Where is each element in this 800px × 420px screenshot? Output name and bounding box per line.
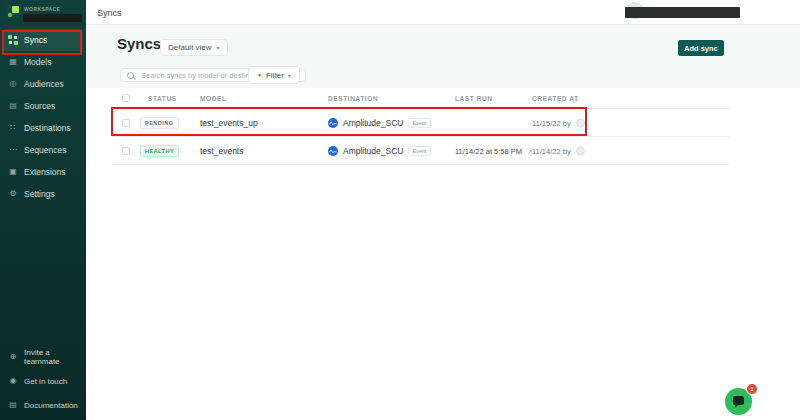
created-at-value: 11/15/22 by (532, 118, 571, 127)
sidebar-item-label: Destinations (24, 123, 71, 133)
sort-descending-icon[interactable]: ↓ (575, 95, 579, 102)
select-all-checkbox[interactable] (122, 94, 130, 102)
audiences-icon: ◎ (8, 79, 18, 89)
search-icon (127, 72, 134, 79)
row-checkbox[interactable] (122, 147, 130, 155)
workspace-logo-icon (7, 5, 20, 18)
destination-name: Amplitude_SCU (343, 118, 403, 128)
models-icon: ▦ (8, 57, 18, 67)
table-row-test-events[interactable]: HEALTHY test_events Amplitude_SCU Event … (112, 137, 730, 165)
created-at-value: 11/14/22 by (532, 146, 571, 155)
notification-badge: 1 (746, 383, 758, 395)
status-badge: HEALTHY (140, 145, 179, 157)
view-selector[interactable]: Default view ▾ (160, 39, 228, 56)
destinations-icon: ∷ (8, 123, 18, 133)
funnel-icon: ▼ (257, 72, 262, 78)
syncs-icon (8, 35, 18, 45)
chevron-down-icon: ▾ (288, 72, 291, 79)
sidebar-item-label: Get in touch (24, 377, 67, 386)
row-checkbox[interactable] (122, 119, 130, 127)
sidebar-item-sources[interactable]: ▤ Sources (3, 95, 83, 117)
page-title: Syncs (117, 35, 161, 52)
get-in-touch-icon: ◉ (8, 376, 18, 386)
sidebar-item-label: Audiences (24, 79, 64, 89)
topbar: Syncs (86, 0, 800, 25)
documentation-icon: ▤ (8, 400, 18, 410)
sources-icon: ▤ (8, 101, 18, 111)
sidebar-item-settings[interactable]: ⚙ Settings (3, 183, 83, 205)
sidebar-item-extensions[interactable]: ▣ Extensions (3, 161, 83, 183)
sidebar-item-label: Settings (24, 189, 55, 199)
amplitude-icon (328, 146, 338, 156)
sidebar-item-label: Sequences (24, 145, 67, 155)
settings-icon: ⚙ (8, 189, 18, 199)
table-header: STATUS MODEL DESTINATION LAST RUN CREATE… (112, 88, 730, 109)
sidebar-item-label: Models (24, 57, 51, 67)
status-badge: PENDING (140, 117, 179, 129)
sequences-icon: ⋯ (8, 145, 18, 155)
workspace-switcher[interactable]: WORKSPACE (7, 4, 83, 26)
sidebar-item-audiences[interactable]: ◎ Audiences (3, 73, 83, 95)
chat-bubble-icon (733, 396, 744, 405)
chevron-down-icon: ▾ (217, 44, 220, 51)
sidebar-item-label: Sources (24, 101, 55, 111)
column-header-last-run[interactable]: LAST RUN (455, 95, 493, 102)
extensions-icon: ▣ (8, 167, 18, 177)
sidebar-item-models[interactable]: ▦ Models (3, 51, 83, 73)
destination-name: Amplitude_SCU (343, 146, 403, 156)
model-name: test_events_up (200, 118, 258, 128)
syncs-table: STATUS MODEL DESTINATION LAST RUN CREATE… (112, 88, 730, 165)
creator-avatar (576, 146, 585, 155)
sidebar-item-destinations[interactable]: ∷ Destinations (3, 117, 83, 139)
table-row-test-events-up[interactable]: PENDING test_events_up Amplitude_SCU Eve… (112, 109, 730, 137)
get-in-touch-link[interactable]: ◉ Get in touch (3, 369, 85, 393)
sidebar-nav: Syncs ▦ Models ◎ Audiences ▤ Sources ∷ D… (3, 29, 83, 205)
filter-button-label: Filter (266, 71, 284, 80)
sidebar: WORKSPACE Syncs ▦ Models ◎ Audiences ▤ S… (0, 0, 86, 420)
sidebar-item-label: Documentation (24, 401, 78, 410)
app-window: WORKSPACE Syncs ▦ Models ◎ Audiences ▤ S… (0, 0, 800, 420)
sidebar-item-syncs[interactable]: Syncs (3, 29, 83, 51)
view-selector-label: Default view (168, 43, 212, 52)
add-sync-button[interactable]: Add sync (678, 40, 724, 56)
workspace-label: WORKSPACE (24, 6, 60, 12)
last-run-value: 11/14/22 at 5:58 PM (455, 146, 522, 155)
amplitude-icon (328, 118, 338, 128)
column-header-model[interactable]: MODEL (200, 95, 226, 102)
sidebar-footer: ⊕ Invite a teammate ◉ Get in touch ▤ Doc… (3, 345, 85, 417)
model-name: test_events (200, 146, 243, 156)
main-content: Syncs Default view ▾ Add sync ▼ Filter ▾… (86, 25, 800, 420)
column-header-status[interactable]: STATUS (148, 95, 177, 102)
destination-type-chip: Event (408, 118, 430, 128)
chat-widget-button[interactable]: 1 (725, 388, 752, 415)
sidebar-item-label: Syncs (24, 35, 47, 45)
invite-teammate-icon: ⊕ (8, 352, 18, 362)
redacted-workspace-name (23, 14, 82, 22)
sidebar-item-sequences[interactable]: ⋯ Sequences (3, 139, 83, 161)
documentation-link[interactable]: ▤ Documentation (3, 393, 85, 417)
creator-avatar (576, 118, 585, 127)
breadcrumb: Syncs (97, 8, 122, 18)
redacted-user-info (625, 7, 740, 18)
column-header-destination[interactable]: DESTINATION (328, 95, 378, 102)
sidebar-item-label: Invite a teammate (24, 348, 85, 366)
filter-button[interactable]: ▼ Filter ▾ (248, 66, 300, 84)
destination-type-chip: Event (408, 146, 430, 156)
invite-teammate-link[interactable]: ⊕ Invite a teammate (3, 345, 85, 369)
sidebar-item-label: Extensions (24, 167, 66, 177)
column-header-created-at[interactable]: CREATED AT (532, 95, 579, 102)
